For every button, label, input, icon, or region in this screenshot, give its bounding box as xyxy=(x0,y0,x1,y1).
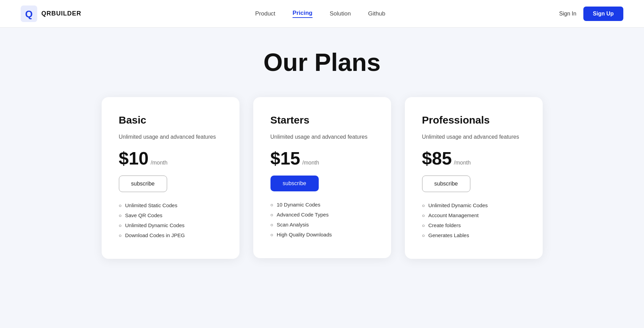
feature-professionals-1: Account Management xyxy=(422,212,525,218)
feature-professionals-3: Generates Lables xyxy=(422,232,525,238)
feature-basic-0: Unlimited Static Codes xyxy=(119,202,222,208)
plan-price-basic: $10 /month xyxy=(119,148,222,169)
plan-card-professionals: Professionals Unlimited usage and advanc… xyxy=(405,97,543,259)
subscribe-button-professionals[interactable]: subscribe xyxy=(422,176,470,192)
navbar-nav: Product Pricing Solution Github xyxy=(255,10,386,18)
feature-basic-3: Download Codes in JPEG xyxy=(119,232,222,238)
subscribe-button-starters[interactable]: subscribe xyxy=(270,176,319,191)
feature-basic-1: Save QR Codes xyxy=(119,212,222,218)
features-list-starters: 10 Dynamic Codes Advanced Code Types Sca… xyxy=(270,202,374,237)
plan-price-professionals: $85 /month xyxy=(422,148,525,169)
price-period-starters: /month xyxy=(302,160,319,166)
svg-text:Q: Q xyxy=(25,9,33,19)
plan-desc-professionals: Unlimited usage and advanced features xyxy=(422,133,525,141)
navbar-auth: Sign In Sign Up xyxy=(559,7,623,21)
plan-name-professionals: Professionals xyxy=(422,114,525,126)
plan-price-starters: $15 /month xyxy=(270,148,374,169)
feature-professionals-0: Unlimited Dynamic Codes xyxy=(422,202,525,208)
price-amount-basic: $10 xyxy=(119,148,149,169)
feature-starters-2: Scan Analysis xyxy=(270,222,374,228)
sign-in-button[interactable]: Sign In xyxy=(559,11,576,17)
plan-card-basic: Basic Unlimited usage and advanced featu… xyxy=(102,97,239,259)
price-period-basic: /month xyxy=(151,160,167,166)
page-title: Our Plans xyxy=(263,48,380,76)
plans-container: Basic Unlimited usage and advanced featu… xyxy=(81,97,563,259)
features-list-basic: Unlimited Static Codes Save QR Codes Unl… xyxy=(119,202,222,238)
plan-card-starters: Starters Unlimited usage and advanced fe… xyxy=(253,97,391,258)
main-content: Our Plans Basic Unlimited usage and adva… xyxy=(0,28,644,286)
nav-solution[interactable]: Solution xyxy=(330,10,351,17)
nav-product[interactable]: Product xyxy=(255,10,276,17)
feature-basic-2: Unlimited Dynamic Codes xyxy=(119,222,222,228)
sign-up-button[interactable]: Sign Up xyxy=(583,7,623,21)
plan-name-basic: Basic xyxy=(119,114,222,126)
price-period-professionals: /month xyxy=(454,160,471,166)
features-list-professionals: Unlimited Dynamic Codes Account Manageme… xyxy=(422,202,525,238)
price-amount-professionals: $85 xyxy=(422,148,452,169)
plan-desc-basic: Unlimited usage and advanced features xyxy=(119,133,222,141)
feature-professionals-2: Create folders xyxy=(422,222,525,228)
logo-icon: Q xyxy=(21,6,37,22)
nav-pricing[interactable]: Pricing xyxy=(293,10,313,18)
nav-github[interactable]: Github xyxy=(368,10,385,17)
navbar: Q QRBUILDER Product Pricing Solution Git… xyxy=(0,0,644,28)
subscribe-button-basic[interactable]: subscribe xyxy=(119,176,167,192)
feature-starters-3: High Quality Downloads xyxy=(270,232,374,237)
feature-starters-1: Advanced Code Types xyxy=(270,212,374,218)
logo-text: QRBUILDER xyxy=(41,10,81,17)
price-amount-starters: $15 xyxy=(270,148,300,169)
plan-desc-starters: Unlimited usage and advanced features xyxy=(270,133,374,141)
plan-name-starters: Starters xyxy=(270,114,374,126)
navbar-logo-area: Q QRBUILDER xyxy=(21,6,81,22)
feature-starters-0: 10 Dynamic Codes xyxy=(270,202,374,208)
